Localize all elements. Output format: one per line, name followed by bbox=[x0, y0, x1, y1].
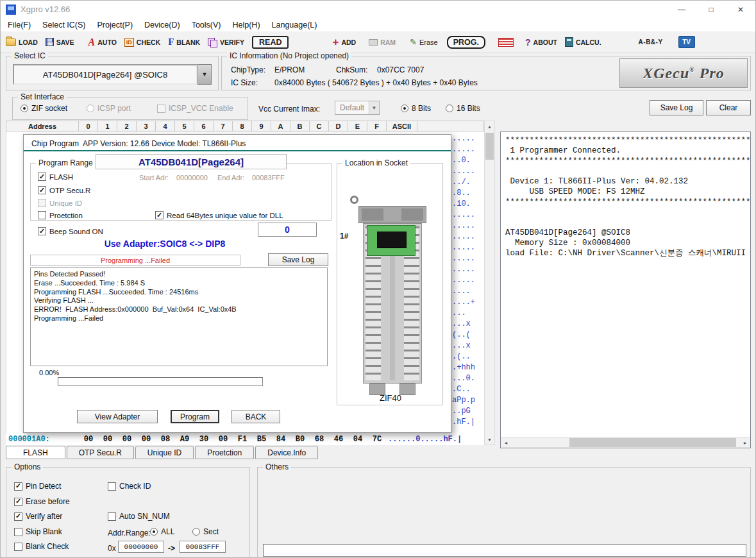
check-button[interactable]: ID CHECK bbox=[124, 38, 160, 47]
scrollbar-thumb[interactable] bbox=[569, 438, 736, 447]
tab-unique-id[interactable]: Unique ID bbox=[135, 446, 194, 459]
scroll-up-arrow-icon[interactable]: ▲ bbox=[485, 121, 494, 131]
others-legend: Others bbox=[263, 462, 291, 471]
icsp-port-radio[interactable]: ICSP port bbox=[87, 104, 131, 113]
blank-button[interactable]: F BLANK bbox=[168, 37, 200, 47]
hex-byte: F1 bbox=[233, 435, 252, 444]
hex-byte: 08 bbox=[156, 435, 175, 444]
calcu-button[interactable]: CALCU. bbox=[565, 37, 601, 47]
ic-combobox[interactable]: AT45DB041D[Page264] @SOIC8 bbox=[13, 64, 197, 85]
addr-range-sect-radio[interactable]: Sect bbox=[192, 527, 219, 536]
save-button[interactable]: SAVE bbox=[46, 38, 74, 46]
prog-label: PROG. bbox=[453, 38, 479, 47]
erase-button[interactable]: ✎ Erase bbox=[410, 38, 438, 46]
skip-blank-checkbox[interactable]: Skip Blank bbox=[14, 527, 62, 536]
hex-header: Address0123456789ABCDEFASCII bbox=[6, 121, 484, 131]
menu-item-3[interactable]: Device(D) bbox=[139, 21, 186, 30]
tab-flash[interactable]: FLASH bbox=[6, 446, 65, 459]
others-field[interactable] bbox=[263, 544, 746, 557]
documents-icon bbox=[208, 38, 217, 47]
blank-check-checkbox[interactable]: Blank Check bbox=[14, 542, 69, 551]
close-button[interactable]: ✕ bbox=[726, 1, 755, 18]
menu-item-0[interactable]: File(F) bbox=[2, 21, 37, 30]
vcc-imax-dropdown[interactable]: Default ▼ bbox=[335, 101, 380, 115]
hex-byte: 46 bbox=[329, 435, 348, 444]
tab-otp-secu-r[interactable]: OTP Secu.R bbox=[67, 446, 134, 459]
read-button[interactable]: READ bbox=[252, 36, 289, 49]
count-field[interactable]: 0 bbox=[258, 223, 317, 237]
ic-combobox-dropdown-button[interactable]: ▼ bbox=[197, 64, 212, 85]
read64-checkbox[interactable]: ✓ Read 64Bytes unique value for DLL bbox=[155, 211, 283, 219]
xgecu-pro-logo: XGecu®Pro bbox=[619, 58, 748, 88]
menu-item-6[interactable]: Language(L) bbox=[266, 21, 323, 30]
tab-device-info[interactable]: Device.Info bbox=[255, 446, 318, 459]
auto-sn-checkbox[interactable]: Auto SN_NUM bbox=[108, 512, 170, 521]
back-button[interactable]: BACK bbox=[231, 410, 280, 423]
pin-detect-checkbox[interactable]: ✓ Pin Detect bbox=[14, 482, 61, 491]
range-start-input[interactable]: 00000000 bbox=[118, 541, 164, 553]
menu-item-5[interactable]: Help(H) bbox=[226, 21, 265, 30]
check-id-checkbox[interactable]: Check ID bbox=[108, 482, 151, 491]
check-label: CHECK bbox=[137, 38, 160, 46]
beep-checkbox[interactable]: ✓ Beep Sound ON bbox=[38, 227, 103, 235]
program-button[interactable]: Program bbox=[171, 410, 219, 423]
menu-item-4[interactable]: Tools(V) bbox=[186, 21, 227, 30]
unique-id-checkbox[interactable]: Unique ID bbox=[38, 199, 82, 207]
view-adapter-label: View Adapter bbox=[95, 412, 140, 421]
logic-button[interactable]: A-B&-Y bbox=[639, 38, 663, 46]
addr-range-all-radio[interactable]: ALL bbox=[150, 527, 174, 536]
verify-after-checkbox[interactable]: ✓ Verify after bbox=[14, 512, 62, 521]
otp-secur-checkbox[interactable]: ✓ OTP Secu.R bbox=[38, 186, 90, 194]
flash-checkbox[interactable]: ✓ FLASH bbox=[38, 173, 73, 181]
ram-button[interactable]: RAM bbox=[369, 38, 396, 46]
bits16-radio[interactable]: 16 Bits bbox=[446, 104, 480, 113]
checkbox-box bbox=[38, 211, 46, 219]
logo-suffix: Pro bbox=[700, 65, 725, 82]
checkmark-icon: ✓ bbox=[15, 498, 21, 505]
erase-before-label: Erase before bbox=[26, 497, 70, 506]
dialog-subtitle: APP Version: 12.66 Device Model: TL866II… bbox=[83, 139, 246, 148]
hex-header-cell-c: C bbox=[310, 121, 329, 131]
log-horizontal-scrollbar[interactable]: ◄ ► bbox=[501, 437, 750, 448]
scroll-down-arrow-icon[interactable]: ▼ bbox=[485, 434, 494, 444]
erase-before-checkbox[interactable]: ✓ Erase before bbox=[14, 497, 70, 506]
about-button[interactable]: ? ABOUT bbox=[525, 37, 557, 47]
minimize-button[interactable]: — bbox=[667, 1, 696, 18]
tv-button[interactable]: TV bbox=[678, 36, 695, 48]
checkmark-icon: ✓ bbox=[156, 212, 162, 219]
add-button[interactable]: + ADD bbox=[332, 37, 356, 47]
prog-button[interactable]: PROG. bbox=[447, 36, 485, 49]
scroll-right-arrow-icon[interactable]: ► bbox=[740, 437, 750, 448]
read64-label: Read 64Bytes unique value for DLL bbox=[167, 212, 283, 219]
icsp-vcc-checkbox[interactable]: ICSP_VCC Enable bbox=[157, 104, 233, 113]
hex-vertical-scrollbar[interactable]: ▲ ▼ bbox=[484, 121, 495, 445]
load-button[interactable]: LOAD bbox=[6, 38, 38, 46]
scrollbar-thumb[interactable] bbox=[485, 133, 494, 160]
menu-item-1[interactable]: Select IC(S) bbox=[37, 21, 91, 30]
dialog-save-log-button[interactable]: Save Log bbox=[268, 253, 328, 266]
maximize-button[interactable]: □ bbox=[696, 1, 726, 18]
verify-button[interactable]: VERIFY bbox=[208, 38, 244, 47]
clear-button[interactable]: Clear bbox=[706, 100, 751, 115]
checkbox-box bbox=[14, 528, 22, 536]
zif-socket-radio[interactable]: ZIF socket bbox=[21, 104, 67, 113]
checkmark-icon: ✓ bbox=[39, 173, 45, 180]
range-end-input[interactable]: 00083FFF bbox=[180, 541, 226, 553]
bits8-radio[interactable]: 8 Bits bbox=[401, 104, 431, 113]
auto-button[interactable]: A AUTO bbox=[88, 37, 117, 47]
scroll-left-arrow-icon[interactable]: ◄ bbox=[501, 437, 511, 448]
menu-item-2[interactable]: Project(P) bbox=[92, 21, 139, 30]
tab-proetction[interactable]: Proetction bbox=[195, 446, 254, 459]
save-log-button[interactable]: Save Log bbox=[650, 100, 703, 115]
dialog-log-area[interactable]: Pins Detected Passed! Erase ...Succeeded… bbox=[30, 267, 328, 366]
hex-byte: A9 bbox=[175, 435, 194, 444]
check-id-label: Check ID bbox=[119, 482, 151, 491]
menu-bar: File(F)Select IC(S)Project(P)Device(D)To… bbox=[1, 18, 755, 31]
blank-f-icon: F bbox=[168, 37, 174, 47]
ic-test-button[interactable] bbox=[498, 38, 514, 47]
view-adapter-button[interactable]: View Adapter bbox=[77, 410, 158, 423]
progress-bar bbox=[58, 377, 263, 386]
beep-label: Beep Sound ON bbox=[49, 228, 103, 235]
protection-checkbox[interactable]: Proetction bbox=[38, 211, 83, 219]
toolbar: LOAD SAVE A AUTO ID CHECK F BLANK VERIFY… bbox=[1, 31, 755, 53]
